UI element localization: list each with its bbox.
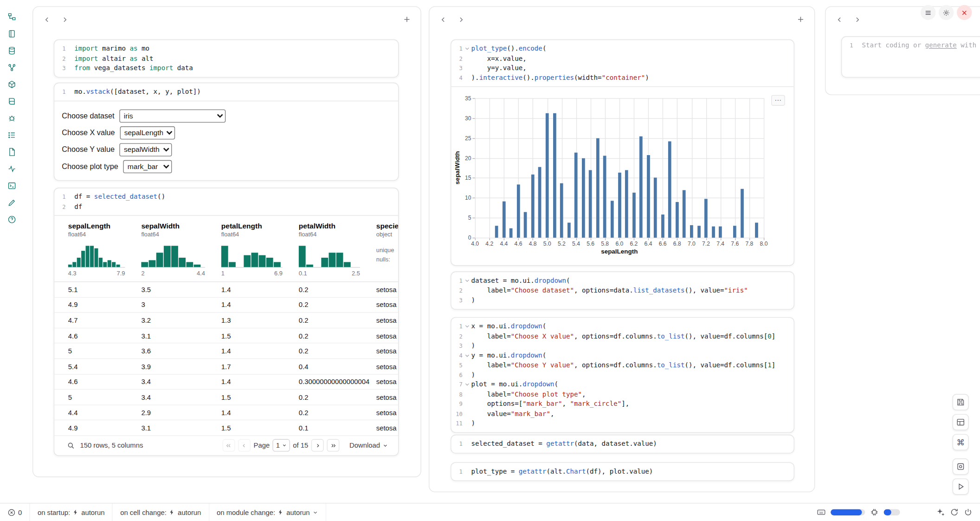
first-page-button[interactable] <box>222 439 235 452</box>
generate-with-ai-link[interactable]: generate <box>925 41 957 49</box>
layout-button[interactable] <box>953 414 969 430</box>
outline-icon[interactable] <box>4 127 20 143</box>
edit-icon[interactable] <box>4 195 20 211</box>
file-tree-icon[interactable] <box>4 9 20 25</box>
code-editor[interactable]: 1x = mo.ui.dropdown(2 label="Choose X va… <box>451 318 793 432</box>
chart-bar <box>676 202 679 238</box>
terminal-icon[interactable] <box>4 178 20 194</box>
add-cell-button[interactable] <box>400 13 413 26</box>
column-header[interactable]: petalWidthfloat640.12.5 <box>299 222 376 276</box>
column-move-right-button[interactable] <box>851 13 863 26</box>
fold-gutter <box>463 439 471 449</box>
fold-gutter <box>463 418 471 428</box>
tracing-icon[interactable] <box>4 161 20 177</box>
search-icon[interactable] <box>67 442 75 450</box>
fold-chevron-icon[interactable] <box>463 351 471 360</box>
fold-chevron-icon[interactable] <box>463 380 471 390</box>
run-all-button[interactable] <box>953 478 969 495</box>
column-move-right-button[interactable] <box>58 13 71 26</box>
next-page-button[interactable] <box>311 439 324 452</box>
scratchpad-button[interactable] <box>953 458 969 475</box>
code-editor[interactable]: 1dataset = mo.ui.dropdown(2 label="Choos… <box>451 272 793 309</box>
fold-chevron-icon[interactable] <box>463 44 471 53</box>
table-cell: 3.4 <box>141 393 221 401</box>
table-cell: 1.5 <box>221 424 299 431</box>
code-line: 1dataset = mo.ui.dropdown( <box>451 276 793 286</box>
altair-chart[interactable]: sepalWidth sepalLength ⋯ 4.04.24.44.64.8… <box>451 86 793 265</box>
y-tick-label: 5 <box>459 215 471 221</box>
gear-icon[interactable] <box>939 5 954 20</box>
code-line: 4y = mo.ui.dropdown( <box>451 351 793 360</box>
table-cell: 3.1 <box>141 332 221 339</box>
code-line: 2 x=x.value, <box>451 53 793 63</box>
table-cell: 3.4 <box>141 378 221 385</box>
y-value-select[interactable]: sepalWidth <box>120 143 172 156</box>
keyboard-shortcuts-button[interactable]: ⌘ <box>953 434 969 450</box>
restart-kernel-icon[interactable] <box>950 508 959 517</box>
last-page-button[interactable] <box>327 439 340 452</box>
table-cell: 4.7 <box>68 317 142 324</box>
snippets-icon[interactable] <box>4 144 20 160</box>
database-icon[interactable] <box>4 43 20 59</box>
save-button[interactable] <box>953 394 969 410</box>
chart-options-button[interactable]: ⋯ <box>771 95 785 106</box>
close-icon[interactable] <box>957 5 972 20</box>
code-editor[interactable]: 1mo.vstack([dataset, x, y, plot]) <box>54 83 398 100</box>
shutdown-icon[interactable] <box>964 508 973 517</box>
column-header[interactable]: petalLengthfloat6416.9 <box>221 222 299 276</box>
keyboard-icon[interactable] <box>817 508 825 517</box>
fold-gutter <box>463 53 471 63</box>
line-number: 3 <box>451 63 462 73</box>
code-editor[interactable]: 1 Start coding or generate with AI <box>842 37 980 54</box>
prev-page-button[interactable] <box>238 439 251 452</box>
add-cell-button[interactable] <box>794 13 807 26</box>
menu-icon[interactable] <box>921 5 935 20</box>
runtime-on-cell-change[interactable]: on cell change: autorun <box>113 503 209 521</box>
chart-bar <box>531 174 535 237</box>
ai-sparkles-icon[interactable] <box>936 508 945 517</box>
column-header[interactable]: sepalWidthfloat6424.4 <box>141 222 221 276</box>
package-icon[interactable] <box>4 76 20 92</box>
column-move-left-button[interactable] <box>833 13 845 26</box>
status-bar: 0 on startup: autorun on cell change: au… <box>0 503 980 521</box>
download-button[interactable]: Download <box>349 442 388 449</box>
dataset-select[interactable]: iris <box>119 109 226 122</box>
docs-icon[interactable] <box>4 93 20 110</box>
table-cell: setosa <box>376 301 399 308</box>
error-indicator[interactable]: 0 <box>0 503 30 521</box>
window-controls <box>921 5 972 20</box>
runtime-on-module-change[interactable]: on module change: autorun <box>209 503 326 521</box>
dependency-graph-icon[interactable] <box>4 59 20 76</box>
column-header[interactable]: speciesobjectuniquenulls: <box>376 222 399 276</box>
plot-type-select[interactable]: mark_bar <box>123 160 172 173</box>
fold-chevron-icon[interactable] <box>463 321 471 331</box>
code-line: 2df <box>54 202 398 211</box>
code-editor[interactable]: 1selected_dataset = getattr(data, datase… <box>451 435 793 452</box>
x-tick-label: 6.8 <box>673 241 681 247</box>
table-cell: setosa <box>376 286 399 293</box>
column-move-left-button[interactable] <box>41 13 53 26</box>
fold-gutter <box>853 41 862 51</box>
notebook-icon[interactable] <box>4 26 20 42</box>
chart-bar <box>546 113 549 238</box>
code-editor[interactable]: 1df = selected_dataset()2df <box>54 188 398 215</box>
bug-icon[interactable] <box>4 110 20 126</box>
chart-bar <box>517 185 520 238</box>
column-move-right-button[interactable] <box>454 13 467 26</box>
code-line: 8 label="Choose plot type", <box>451 389 793 399</box>
code-editor[interactable]: 1plot_type = getattr(alt.Chart(df), plot… <box>451 463 793 480</box>
x-tick-label: 5.8 <box>601 241 609 247</box>
column-move-left-button[interactable] <box>437 13 450 26</box>
x-value-select[interactable]: sepalLength <box>120 126 175 139</box>
page-select[interactable]: 1 <box>273 439 290 452</box>
column-histogram <box>141 241 205 268</box>
code-editor[interactable]: 1import marimo as mo2import altair as al… <box>54 40 398 77</box>
fold-chevron-icon[interactable] <box>463 276 471 286</box>
table-cell: 5 <box>68 347 142 355</box>
runtime-on-startup[interactable]: on startup: autorun <box>30 503 113 521</box>
code-editor[interactable]: 1plot_type().encode(2 x=x.value,3 y=y.va… <box>451 40 793 86</box>
table-cell: 4.6 <box>68 378 142 385</box>
help-icon[interactable] <box>4 211 20 228</box>
column-header[interactable]: sepalLengthfloat644.37.9 <box>68 222 142 276</box>
y-tick-label: 25 <box>459 135 471 141</box>
